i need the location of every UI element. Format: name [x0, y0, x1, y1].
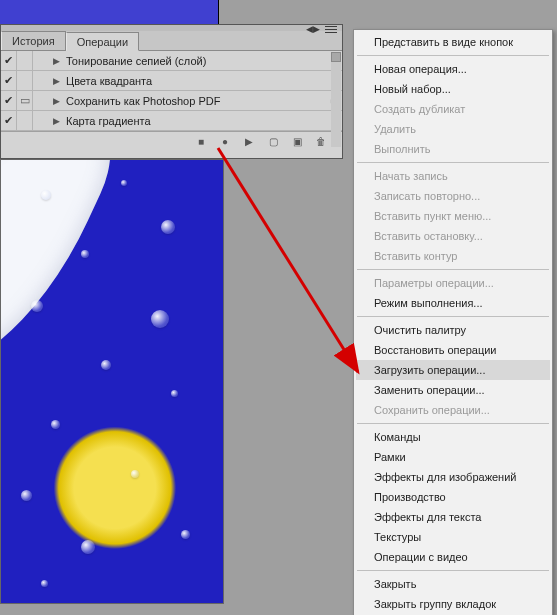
menu-item[interactable]: Команды: [356, 427, 550, 447]
menu-separator: [357, 55, 549, 56]
menu-item: Параметры операции...: [356, 273, 550, 293]
menu-item[interactable]: Производство: [356, 487, 550, 507]
action-row[interactable]: ✔▶Цвета квадранта: [1, 71, 342, 91]
menu-item: Выполнить: [356, 139, 550, 159]
menu-item: Удалить: [356, 119, 550, 139]
menu-item[interactable]: Закрыть: [356, 574, 550, 594]
toggle-check-icon[interactable]: ✔: [1, 51, 17, 71]
dialog-toggle-icon[interactable]: [17, 51, 33, 71]
dialog-toggle-icon[interactable]: [17, 111, 33, 131]
expand-triangle-icon[interactable]: ▶: [49, 56, 66, 66]
menu-separator: [357, 269, 549, 270]
menu-item: Вставить остановку...: [356, 226, 550, 246]
toggle-check-icon[interactable]: ✔: [1, 71, 17, 91]
menu-separator: [357, 570, 549, 571]
menu-item[interactable]: Загрузить операции...: [356, 360, 550, 380]
tab-actions[interactable]: Операции: [66, 32, 139, 51]
action-row[interactable]: ✔▶Карта градиента: [1, 111, 342, 131]
actions-panel: ◀▶ История Операции ✔▶Тонирование сепией…: [0, 24, 343, 159]
menu-item[interactable]: Новый набор...: [356, 79, 550, 99]
water-drop: [171, 390, 178, 397]
panel-scrollbar[interactable]: [331, 52, 341, 147]
scroll-thumb[interactable]: [331, 52, 341, 62]
menu-item[interactable]: Эффекты для изображений: [356, 467, 550, 487]
action-label: Карта градиента: [66, 115, 342, 127]
svg-line-1: [218, 148, 358, 372]
dialog-toggle-icon[interactable]: ▭: [17, 91, 33, 111]
menu-item[interactable]: Текстуры: [356, 527, 550, 547]
annotation-arrow: [210, 140, 370, 385]
menu-item: Сохранить операции...: [356, 400, 550, 420]
menu-item: Вставить пункт меню...: [356, 206, 550, 226]
water-drop: [121, 180, 127, 186]
dialog-toggle-icon[interactable]: [17, 71, 33, 91]
water-drop: [81, 540, 95, 554]
expand-triangle-icon[interactable]: ▶: [49, 76, 66, 86]
expand-triangle-icon[interactable]: ▶: [49, 96, 66, 106]
menu-item: Записать повторно...: [356, 186, 550, 206]
menu-item: Вставить контур: [356, 246, 550, 266]
actions-toolbar: ■ ● ▶ ▢ ▣ 🗑: [1, 131, 342, 152]
menu-item[interactable]: Заменить операции...: [356, 380, 550, 400]
menu-separator: [357, 162, 549, 163]
stop-button[interactable]: ■: [194, 135, 208, 149]
menu-item[interactable]: Операции с видео: [356, 547, 550, 567]
water-drop: [181, 530, 190, 539]
menu-item[interactable]: Очистить палитру: [356, 320, 550, 340]
action-label: Сохранить как Photoshop PDF: [66, 95, 326, 107]
actions-list: ✔▶Тонирование сепией (слой)✔▶Цвета квадр…: [1, 51, 342, 131]
menu-item[interactable]: Новая операция...: [356, 59, 550, 79]
expand-triangle-icon[interactable]: ▶: [49, 116, 66, 126]
menu-separator: [357, 423, 549, 424]
document-canvas: [0, 159, 224, 604]
water-drop: [51, 420, 60, 429]
menu-item[interactable]: Режим выполнения...: [356, 293, 550, 313]
record-button[interactable]: ●: [218, 135, 232, 149]
play-button[interactable]: ▶: [242, 135, 256, 149]
newset-button[interactable]: ▢: [266, 135, 280, 149]
menu-item[interactable]: Представить в виде кнопок: [356, 32, 550, 52]
trash-button[interactable]: 🗑: [314, 135, 328, 149]
water-drop: [41, 580, 48, 587]
newaction-button[interactable]: ▣: [290, 135, 304, 149]
action-label: Цвета квадранта: [66, 75, 342, 87]
panel-context-menu: Представить в виде кнопокНовая операция.…: [353, 29, 553, 615]
collapse-icon[interactable]: ◀▶: [306, 24, 320, 34]
flower-graphic: [0, 159, 224, 604]
panel-tabs: История Операции: [1, 31, 342, 51]
water-drop: [41, 190, 51, 200]
panel-grip[interactable]: ◀▶: [1, 25, 342, 31]
menu-item: Создать дубликат: [356, 99, 550, 119]
toggle-check-icon[interactable]: ✔: [1, 91, 17, 111]
action-row[interactable]: ✔▶Тонирование сепией (слой): [1, 51, 342, 71]
menu-item[interactable]: Закрыть группу вкладок: [356, 594, 550, 614]
menu-item[interactable]: Восстановить операции: [356, 340, 550, 360]
water-drop: [131, 470, 139, 478]
action-label: Тонирование сепией (слой): [66, 55, 342, 67]
menu-item[interactable]: Рамки: [356, 447, 550, 467]
water-drop: [81, 250, 89, 258]
tab-history[interactable]: История: [1, 31, 66, 50]
action-row[interactable]: ✔▭▶Сохранить как Photoshop PDF▭: [1, 91, 342, 111]
water-drop: [101, 360, 111, 370]
toggle-check-icon[interactable]: ✔: [1, 111, 17, 131]
menu-item: Начать запись: [356, 166, 550, 186]
panel-menu-button[interactable]: [324, 24, 338, 34]
water-drop: [161, 220, 175, 234]
water-drop: [31, 300, 43, 312]
water-drop: [151, 310, 169, 328]
water-drop: [21, 490, 32, 501]
menu-item[interactable]: Эффекты для текста: [356, 507, 550, 527]
menu-separator: [357, 316, 549, 317]
